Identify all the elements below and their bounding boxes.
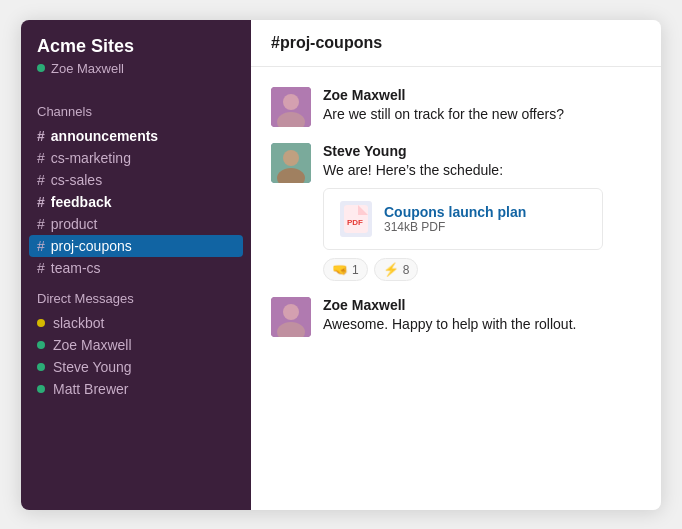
avatar-zoe-2 [271, 297, 311, 337]
reactions: 🤜 1 ⚡ 8 [323, 258, 641, 281]
message-text-2: We are! Here’s the schedule: [323, 161, 641, 181]
dm-slackbot-name: slackbot [53, 315, 104, 331]
file-attachment[interactable]: PDF Coupons launch plan 314kB PDF [323, 188, 603, 250]
file-name: Coupons launch plan [384, 204, 526, 220]
current-user-status: Zoe Maxwell [21, 61, 251, 92]
channel-hash-icon: # [37, 128, 45, 144]
channel-team-cs-label: team-cs [51, 260, 101, 276]
reaction-lightning[interactable]: ⚡ 8 [374, 258, 419, 281]
channels-label: Channels [21, 92, 251, 125]
channel-hash-icon: # [37, 172, 45, 188]
main-content: #proj-coupons Zoe Maxwell Are we still o… [251, 20, 661, 510]
svg-point-4 [283, 150, 299, 166]
pdf-icon: PDF [340, 201, 372, 237]
channel-product-label: product [51, 216, 98, 232]
channel-hash-icon: # [37, 238, 45, 254]
svg-text:PDF: PDF [347, 218, 363, 227]
channel-product[interactable]: # product [21, 213, 251, 235]
channel-announcements-label: announcements [51, 128, 158, 144]
dm-zoe-name: Zoe Maxwell [53, 337, 132, 353]
reaction-fist[interactable]: 🤜 1 [323, 258, 368, 281]
channel-announcements[interactable]: # announcements [21, 125, 251, 147]
channel-cs-marketing-label: cs-marketing [51, 150, 131, 166]
message-1: Zoe Maxwell Are we still on track for th… [271, 87, 641, 127]
channel-team-cs[interactable]: # team-cs [21, 257, 251, 279]
message-body-3: Zoe Maxwell Awesome. Happy to help with … [323, 297, 641, 337]
sender-zoe-2: Zoe Maxwell [323, 297, 641, 313]
sidebar: Acme Sites Zoe Maxwell Channels # announ… [21, 20, 251, 510]
dm-dot-zoe [37, 341, 45, 349]
channel-hash-icon: # [37, 194, 45, 210]
online-dot [37, 64, 45, 72]
app-container: Acme Sites Zoe Maxwell Channels # announ… [21, 20, 661, 510]
channel-feedback[interactable]: # feedback [21, 191, 251, 213]
file-info: Coupons launch plan 314kB PDF [384, 204, 526, 234]
dm-dot-matt [37, 385, 45, 393]
message-body-2: Steve Young We are! Here’s the schedule:… [323, 143, 641, 282]
dm-matt-brewer[interactable]: Matt Brewer [21, 378, 251, 400]
svg-point-9 [283, 304, 299, 320]
dm-dot-steve [37, 363, 45, 371]
message-3: Zoe Maxwell Awesome. Happy to help with … [271, 297, 641, 337]
avatar-zoe-1 [271, 87, 311, 127]
channel-proj-coupons[interactable]: # proj-coupons [29, 235, 243, 257]
dm-dot-slackbot [37, 319, 45, 327]
channel-hash-icon: # [37, 260, 45, 276]
message-text-1: Are we still on track for the new offers… [323, 105, 641, 125]
sender-steve: Steve Young [323, 143, 641, 159]
messages-area: Zoe Maxwell Are we still on track for th… [251, 67, 661, 510]
workspace-name: Acme Sites [21, 36, 251, 61]
avatar-img-steve [271, 143, 311, 183]
current-user-name: Zoe Maxwell [51, 61, 124, 76]
avatar-steve [271, 143, 311, 183]
dm-steve-young[interactable]: Steve Young [21, 356, 251, 378]
channel-hash-icon: # [37, 216, 45, 232]
channel-header: #proj-coupons [251, 20, 661, 67]
message-text-3: Awesome. Happy to help with the rollout. [323, 315, 641, 335]
channel-cs-sales[interactable]: # cs-sales [21, 169, 251, 191]
dm-steve-name: Steve Young [53, 359, 132, 375]
message-body-1: Zoe Maxwell Are we still on track for th… [323, 87, 641, 127]
channel-hash-icon: # [37, 150, 45, 166]
channel-feedback-label: feedback [51, 194, 112, 210]
channel-cs-sales-label: cs-sales [51, 172, 102, 188]
dm-label: Direct Messages [21, 279, 251, 312]
reaction-count-1: 1 [352, 263, 359, 277]
sender-zoe-1: Zoe Maxwell [323, 87, 641, 103]
pdf-file-icon: PDF [344, 205, 368, 233]
avatar-img-zoe [271, 87, 311, 127]
channel-proj-coupons-label: proj-coupons [51, 238, 132, 254]
dm-matt-name: Matt Brewer [53, 381, 128, 397]
reaction-emoji-2: ⚡ [383, 262, 399, 277]
svg-point-1 [283, 94, 299, 110]
avatar-img-zoe-2 [271, 297, 311, 337]
file-meta: 314kB PDF [384, 220, 526, 234]
reaction-count-2: 8 [403, 263, 410, 277]
dm-zoe-maxwell[interactable]: Zoe Maxwell [21, 334, 251, 356]
reaction-emoji-1: 🤜 [332, 262, 348, 277]
dm-slackbot[interactable]: slackbot [21, 312, 251, 334]
message-2: Steve Young We are! Here’s the schedule:… [271, 143, 641, 282]
channel-cs-marketing[interactable]: # cs-marketing [21, 147, 251, 169]
